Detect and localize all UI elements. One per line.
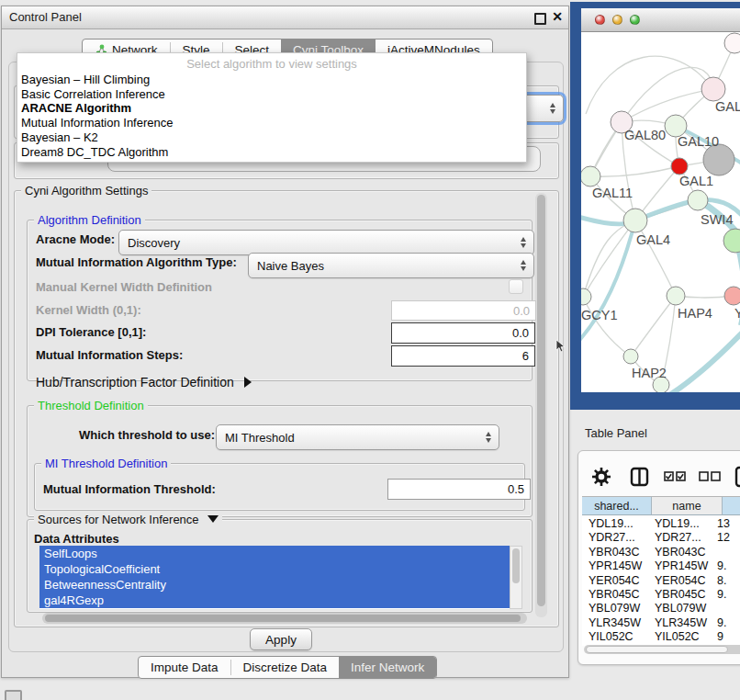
- sources-legend[interactable]: Sources for Network Inference: [34, 513, 222, 526]
- dropdown-item[interactable]: ARACNE Algorithm: [21, 101, 522, 116]
- desktop: { "control_panel": { "title": "Control P…: [0, 0, 740, 700]
- network-node-label: GAL: [715, 99, 740, 114]
- algorithm-definition-legend: Algorithm Definition: [34, 213, 145, 227]
- unchecked-pair-icon[interactable]: [700, 472, 720, 480]
- table-row[interactable]: YBL079WYBL079W: [582, 602, 740, 615]
- dropdown-item[interactable]: Basic Correlation Inference: [21, 87, 522, 102]
- table-cell: YPR145W: [655, 559, 708, 573]
- settings-vscrollbar[interactable]: [535, 193, 547, 617]
- apply-button[interactable]: Apply: [250, 628, 312, 650]
- tab-discretize-data[interactable]: Discretize Data: [231, 657, 340, 678]
- mi-steps-value: 6: [522, 349, 529, 363]
- which-threshold-value: MI Threshold: [225, 431, 499, 445]
- table-row[interactable]: YER054CYER054C8.: [582, 574, 740, 588]
- table-cell: YBR045C: [655, 588, 706, 602]
- which-threshold-combo[interactable]: MI Threshold: [216, 424, 499, 450]
- gear-icon[interactable]: [592, 468, 611, 486]
- attribute-list-item[interactable]: BetweennessCentrality: [39, 577, 510, 593]
- data-attributes-label: Data Attributes: [34, 532, 119, 546]
- network-node-label: SWI4: [701, 212, 733, 227]
- network-node[interactable]: [703, 144, 734, 175]
- column-header-shared-name[interactable]: shared...: [582, 496, 652, 515]
- kernel-width-label: Kernel Width (0,1):: [36, 303, 141, 317]
- split-columns-icon[interactable]: [632, 469, 647, 485]
- network-node-hap4[interactable]: [667, 287, 685, 305]
- algorithm-dropdown-prompt: Select algorithm to view settings: [17, 57, 526, 71]
- network-node-label: GAL4: [636, 232, 670, 247]
- table-cell: YBL079W: [589, 602, 640, 615]
- mac-close-button[interactable]: [595, 15, 605, 25]
- attribute-list-item[interactable]: TopologicalCoefficient: [39, 561, 510, 577]
- table-cell: 13: [717, 517, 730, 531]
- checked-pair-icon[interactable]: [665, 472, 685, 480]
- network-node-gal4[interactable]: [623, 209, 647, 232]
- tab-impute-data[interactable]: Impute Data: [139, 657, 230, 678]
- combo-arrows-icon: [550, 103, 556, 114]
- threshold-definition-legend: Threshold Definition: [34, 399, 148, 412]
- mac-zoom-button[interactable]: [630, 15, 640, 25]
- network-node-gal1[interactable]: [671, 158, 688, 175]
- settings-hscrollbar-thumb[interactable]: [45, 615, 521, 622]
- network-node[interactable]: [723, 229, 740, 253]
- mac-minimize-button[interactable]: [612, 15, 622, 25]
- tab-infer-network[interactable]: Infer Network: [339, 657, 436, 678]
- network-node-hap2[interactable]: [623, 349, 638, 364]
- table-row[interactable]: YBR045CYBR045C9.: [582, 588, 740, 602]
- table-hscrollbar[interactable]: [584, 645, 740, 654]
- dropdown-item[interactable]: Mutual Information Inference: [21, 116, 522, 130]
- table-row[interactable]: YDL19...YDL19...13: [582, 517, 740, 531]
- table-cell: YDR27...: [589, 531, 635, 545]
- table-row[interactable]: YPR145WYPR145W9.: [582, 559, 740, 573]
- network-node-label: GAL10: [678, 134, 719, 149]
- manual-kernel-checkbox[interactable]: [509, 279, 523, 294]
- dropdown-item[interactable]: Bayesian – K2: [21, 130, 522, 145]
- table-row[interactable]: YIL052CYIL052C9: [582, 630, 740, 644]
- table-cell: 9.: [717, 616, 726, 630]
- dropdown-item[interactable]: Dream8 DC_TDC Algorithm: [21, 145, 522, 160]
- combo-arrows-icon: [521, 260, 527, 271]
- dpi-tolerance-field[interactable]: 0.0: [391, 322, 535, 344]
- hub-section-toggle[interactable]: Hub/Transcription Factor Definition: [36, 375, 252, 390]
- page-icon[interactable]: [736, 468, 740, 486]
- mi-threshold-field[interactable]: 0.5: [387, 479, 531, 500]
- mi-algorithm-type-combo[interactable]: Naive Bayes: [248, 253, 534, 278]
- tab-label: Infer Network: [351, 660, 424, 674]
- data-attributes-list[interactable]: SelfLoopsTopologicalCoefficientBetweenne…: [39, 546, 510, 609]
- mi-steps-field[interactable]: 6: [391, 345, 535, 367]
- network-canvas[interactable]: GALGAL80GAL10GAL1GAL11SWI4GAL4HAP4YGCY1H…: [581, 31, 740, 392]
- mi-algorithm-type-value: Naive Bayes: [257, 259, 533, 273]
- attribute-list-item[interactable]: gal4RGexp: [39, 593, 510, 608]
- column-header-name[interactable]: name: [652, 496, 723, 515]
- float-window-icon[interactable]: [534, 13, 546, 25]
- network-node-gcy1[interactable]: [581, 288, 591, 305]
- docked-panel-icon[interactable]: [5, 690, 22, 700]
- network-node-gal[interactable]: [701, 77, 725, 101]
- column-header-partial[interactable]: [723, 496, 740, 515]
- table-row[interactable]: YLR345WYLR345W9.: [582, 616, 740, 630]
- network-node[interactable]: [724, 33, 740, 53]
- close-icon[interactable]: ✕: [552, 9, 563, 24]
- settings-vscrollbar-thumb[interactable]: [537, 195, 545, 606]
- table-cell: YBR043C: [655, 546, 706, 559]
- table-row[interactable]: YBR043CYBR043C: [582, 546, 740, 559]
- network-node-label: HAP4: [678, 306, 712, 321]
- kernel-width-field[interactable]: 0.0: [391, 300, 536, 321]
- table-row[interactable]: YDR27...YDR27...12: [582, 531, 740, 545]
- cyni-settings-legend: Cyni Algorithm Settings: [21, 184, 151, 198]
- network-node-swi4[interactable]: [688, 190, 708, 210]
- cyni-mode-tabbar: Impute DataDiscretize DataInfer Network: [138, 656, 437, 679]
- aracne-mode-combo[interactable]: Discovery: [118, 230, 534, 255]
- attribute-list-item[interactable]: SelfLoops: [39, 546, 510, 561]
- settings-hscrollbar[interactable]: [42, 613, 527, 624]
- attributes-vscrollbar[interactable]: [510, 546, 522, 609]
- attributes-vscrollbar-thumb[interactable]: [512, 548, 520, 583]
- network-node-y[interactable]: [724, 287, 740, 305]
- network-node-labels: GALGAL80GAL10GAL1GAL11SWI4GAL4HAP4YGCY1H…: [581, 99, 740, 380]
- control-panel-title: Control Panel: [9, 6, 82, 28]
- network-node-label: HAP2: [632, 366, 667, 380]
- mi-threshold-value: 0.5: [508, 482, 524, 496]
- network-node-gal11[interactable]: [581, 166, 600, 186]
- table-hscrollbar-thumb[interactable]: [586, 646, 728, 653]
- dropdown-item[interactable]: Bayesian – Hill Climbing: [21, 73, 522, 87]
- mi-threshold-legend: MI Threshold Definition: [41, 457, 171, 470]
